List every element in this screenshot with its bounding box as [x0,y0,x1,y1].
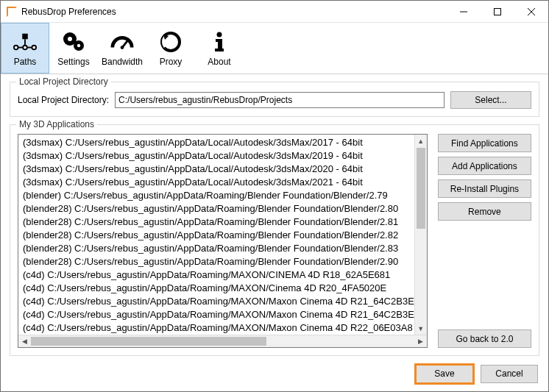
list-item[interactable]: (3dsmax) C:/Users/rebus_agustin/AppData/… [23,163,414,176]
svg-rect-1 [495,8,501,15]
list-item[interactable]: (3dsmax) C:/Users/rebus_agustin/AppData/… [23,136,414,149]
svg-point-15 [121,46,124,49]
tab-label: Paths [14,57,37,67]
tabbar: Paths Settings Bandwidth Proxy About [1,23,548,74]
select-directory-button[interactable]: Select... [450,91,531,109]
tab-label: Proxy [160,57,183,67]
applications-actions: Find Applications Add Applications Re-In… [438,134,531,348]
tab-about[interactable]: About [195,23,244,74]
list-item[interactable]: (c4d) C:/Users/rebus_agustin/AppData/Roa… [23,282,414,295]
list-item[interactable]: (c4d) C:/Users/rebus_agustin/AppData/Roa… [23,321,414,335]
list-item[interactable]: (blender28) C:/Users/rebus_agustin/AppDa… [23,202,414,215]
reinstall-plugins-button[interactable]: Re-Install Plugins [438,179,531,198]
body: Local Project Directory Local Project Di… [1,74,548,356]
scroll-left-icon[interactable]: ◀ [18,338,31,345]
settings-icon [62,30,85,54]
tab-label: Settings [57,57,89,67]
svg-point-18 [217,32,222,37]
scroll-thumb[interactable] [417,148,425,229]
list-item[interactable]: (3dsmax) C:/Users/rebus_agustin/AppData/… [23,176,414,189]
scroll-down-icon[interactable]: ▼ [415,322,427,335]
bandwidth-icon [110,30,134,54]
scroll-up-icon[interactable]: ▲ [415,135,427,147]
tab-label: Bandwidth [102,57,143,67]
scroll-thumb[interactable] [31,337,266,346]
svg-point-13 [77,43,80,46]
find-applications-button[interactable]: Find Applications [438,134,531,152]
list-item[interactable]: (c4d) C:/Users/rebus_agustin/AppData/Roa… [23,268,414,282]
svg-point-11 [68,37,72,41]
list-item[interactable]: (3dsmax) C:/Users/rebus_agustin/AppData/… [23,149,414,163]
scroll-right-icon[interactable]: ▶ [414,338,427,345]
group-legend: My 3D Applications [16,119,97,129]
project-directory-input[interactable] [115,92,444,108]
list-item[interactable]: (blender28) C:/Users/rebus_agustin/AppDa… [23,255,414,268]
list-item[interactable]: (blender28) C:/Users/rebus_agustin/AppDa… [23,215,414,229]
svg-rect-5 [22,33,28,39]
window-title: RebusDrop Preferences [21,7,447,17]
applications-list[interactable]: (3dsmax) C:/Users/rebus_agustin/AppData/… [18,134,428,348]
save-button[interactable]: Save [416,365,473,383]
tab-paths[interactable]: Paths [1,23,49,74]
vertical-scrollbar[interactable]: ▲ ▼ [414,135,427,335]
svg-point-7 [14,45,18,49]
applications-group: My 3D Applications (3dsmax) C:/Users/reb… [10,124,539,356]
list-item[interactable]: (blender28) C:/Users/rebus_agustin/AppDa… [23,242,414,255]
add-applications-button[interactable]: Add Applications [438,157,531,175]
list-item[interactable]: (blender) C:/Users/rebus_agustin/AppData… [23,189,414,202]
close-button[interactable] [514,1,548,22]
tab-bandwidth[interactable]: Bandwidth [98,23,146,74]
svg-rect-20 [218,39,222,50]
tab-settings[interactable]: Settings [49,23,98,74]
group-legend: Local Project Directory [16,76,111,87]
svg-point-9 [32,45,36,49]
preferences-window: RebusDrop Preferences Paths Settings Ban… [0,0,549,392]
list-item[interactable]: (blender28) C:/Users/rebus_agustin/AppDa… [23,229,414,242]
maximize-button[interactable] [481,1,514,22]
svg-point-8 [23,45,27,49]
horizontal-scrollbar[interactable]: ◀ ▶ [18,335,427,347]
cancel-button[interactable]: Cancel [481,365,538,383]
list-item[interactable]: (c4d) C:/Users/rebus_agustin/AppData/Roa… [23,308,414,321]
about-icon [208,30,231,54]
remove-button[interactable]: Remove [438,202,531,221]
titlebar: RebusDrop Preferences [1,1,548,23]
tab-proxy[interactable]: Proxy [146,23,195,74]
svg-rect-21 [215,49,224,51]
project-directory-label: Local Project Directory: [18,95,109,105]
minimize-button[interactable] [447,1,481,22]
project-directory-group: Local Project Directory Local Project Di… [10,82,539,117]
list-item[interactable]: (c4d) C:/Users/rebus_agustin/AppData/Roa… [23,295,414,308]
footer: Save Cancel [1,356,548,391]
window-controls [447,1,548,22]
paths-icon [13,30,37,54]
app-icon [7,7,17,17]
go-back-button[interactable]: Go back to 2.0 [438,329,531,348]
tab-label: About [208,57,230,67]
proxy-icon [159,30,183,54]
